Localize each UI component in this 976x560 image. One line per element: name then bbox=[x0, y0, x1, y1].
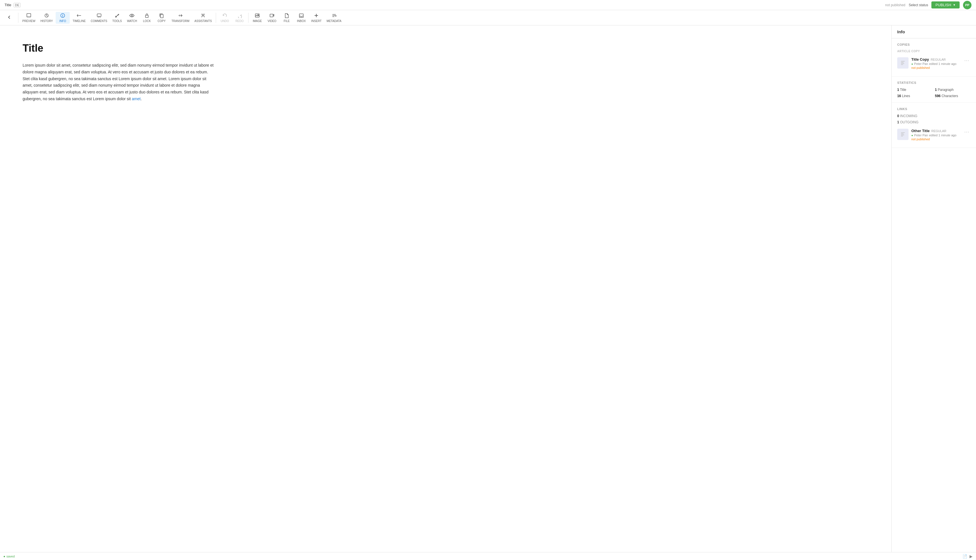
green-dot-icon: ● bbox=[911, 62, 913, 65]
expand-icon[interactable]: ▶ bbox=[969, 554, 973, 558]
metadata-button[interactable]: METADATA bbox=[324, 12, 344, 24]
saved-status: ● saved bbox=[3, 555, 15, 558]
image-button[interactable]: IMAGE bbox=[250, 12, 264, 24]
back-button[interactable] bbox=[2, 13, 17, 22]
timeline-button[interactable]: TIMELINE bbox=[70, 12, 88, 24]
timeline-icon bbox=[77, 13, 82, 19]
copies-section: COPIES ARTICLE COPY Title Copy REGULAR ●… bbox=[892, 38, 976, 77]
editor-area[interactable]: Title Lorem ipsum dolor sit amet, conset… bbox=[0, 25, 891, 552]
select-status-button[interactable]: Select status bbox=[909, 3, 928, 7]
preview-icon bbox=[26, 13, 31, 19]
article-link[interactable]: amet bbox=[132, 97, 141, 101]
transform-button[interactable]: TRANSFORM bbox=[169, 12, 192, 24]
document-title: Title bbox=[5, 3, 11, 7]
redo-icon bbox=[237, 13, 242, 19]
assistants-button[interactable]: ASSISTANTS bbox=[192, 12, 214, 24]
publish-status: not published bbox=[885, 3, 905, 7]
lock-icon bbox=[144, 13, 149, 19]
title-copy-meta: ● Peter Pan edited 1 minute ago bbox=[911, 62, 960, 65]
title-copy-title: Title Copy bbox=[911, 57, 929, 62]
title-copy-thumbnail bbox=[897, 57, 909, 68]
insert-icon bbox=[314, 13, 319, 19]
tools-button[interactable]: TOOLS bbox=[110, 12, 124, 24]
bottom-bar: ● saved 📄 ▶ bbox=[0, 552, 976, 560]
publish-dropdown-arrow[interactable]: ▼ bbox=[953, 3, 956, 7]
other-title-green-dot-icon: ● bbox=[911, 134, 913, 137]
svg-rect-11 bbox=[299, 14, 303, 18]
other-title-title-row: Other Title REGULAR bbox=[911, 129, 960, 133]
document-title-area: Title DE bbox=[5, 3, 21, 7]
statistics-section: STATISTICS 1 Title 1 Paragraph 16 Lines … bbox=[892, 77, 976, 103]
lock-button[interactable]: LOCK bbox=[140, 12, 154, 24]
saved-dot-icon: ● bbox=[3, 555, 5, 558]
language-badge[interactable]: DE bbox=[13, 3, 21, 7]
svg-point-4 bbox=[131, 15, 133, 16]
comments-button[interactable]: COMMENTS bbox=[88, 12, 109, 24]
undo-icon bbox=[222, 13, 227, 19]
other-title-author: Peter Pan bbox=[914, 133, 928, 137]
title-copy-author: Peter Pan bbox=[914, 62, 928, 65]
toolbar-divider-1 bbox=[18, 13, 18, 23]
stat-title: 1 Title bbox=[897, 88, 933, 92]
incoming-links: 0 INCOMING bbox=[897, 114, 970, 118]
other-title-title: Other Title bbox=[911, 129, 930, 133]
article-body[interactable]: Lorem ipsum dolor sit amet, consetetur s… bbox=[23, 62, 215, 102]
svg-rect-3 bbox=[97, 14, 101, 17]
title-copy-type: REGULAR bbox=[931, 58, 946, 61]
statistics-section-title: STATISTICS bbox=[897, 81, 970, 84]
stat-lines: 16 Lines bbox=[897, 94, 933, 98]
watch-button[interactable]: WATCH bbox=[125, 12, 140, 24]
video-button[interactable]: VIDEO bbox=[265, 12, 279, 24]
other-title-type: REGULAR bbox=[931, 129, 946, 133]
article-body-end: . bbox=[141, 97, 142, 101]
toolbar-divider-2 bbox=[216, 13, 216, 23]
redo-button[interactable]: REDO bbox=[232, 12, 247, 24]
title-copy-status: not published bbox=[911, 66, 960, 70]
bottom-icons: 📄 ▶ bbox=[963, 554, 973, 558]
outgoing-links-label: 1 OUTGOING bbox=[897, 120, 970, 124]
insert-button[interactable]: INSERT bbox=[309, 12, 324, 24]
video-icon bbox=[269, 13, 275, 19]
top-bar-right: not published Select status PUBLISH ▼ PP bbox=[885, 1, 971, 9]
file-button[interactable]: FILE bbox=[280, 12, 294, 24]
stat-paragraph: 1 Paragraph bbox=[935, 88, 971, 92]
comments-icon bbox=[97, 13, 102, 19]
links-section: LINKS 0 INCOMING 1 OUTGOING Other Title … bbox=[892, 103, 976, 148]
publish-button[interactable]: PUBLISH ▼ bbox=[931, 2, 959, 8]
transform-icon bbox=[178, 13, 183, 19]
svg-rect-0 bbox=[27, 13, 31, 17]
info-button[interactable]: INFO bbox=[56, 12, 70, 24]
other-title-thumbnail bbox=[897, 129, 909, 140]
page-icon[interactable]: 📄 bbox=[963, 554, 967, 558]
other-title-more-button[interactable]: ⋯ bbox=[963, 129, 970, 135]
file-icon bbox=[284, 13, 289, 19]
title-copy-title-row: Title Copy REGULAR bbox=[911, 57, 960, 62]
watch-icon bbox=[129, 13, 134, 19]
article-copy-label: ARTICLE COPY bbox=[897, 50, 970, 53]
svg-rect-10 bbox=[270, 14, 273, 17]
svg-point-9 bbox=[258, 14, 259, 15]
assistants-icon bbox=[200, 13, 205, 19]
avatar[interactable]: PP bbox=[963, 1, 971, 9]
metadata-icon bbox=[332, 13, 337, 19]
undo-button[interactable]: UNDO bbox=[218, 12, 232, 24]
top-bar: Title DE not published Select status PUB… bbox=[0, 0, 976, 10]
article-title[interactable]: Title bbox=[23, 42, 869, 54]
copy-icon bbox=[159, 13, 164, 19]
svg-rect-5 bbox=[145, 15, 148, 18]
inbox-button[interactable]: INBOX bbox=[294, 12, 309, 24]
history-icon bbox=[44, 13, 49, 19]
stats-grid: 1 Title 1 Paragraph 16 Lines 596 Charact… bbox=[897, 88, 970, 98]
title-copy-info: Title Copy REGULAR ● Peter Pan edited 1 … bbox=[911, 57, 960, 70]
links-section-title: LINKS bbox=[897, 107, 970, 111]
sidebar-header: Info bbox=[892, 25, 976, 38]
svg-rect-6 bbox=[160, 14, 163, 18]
other-title-status: not published bbox=[911, 137, 960, 141]
other-title-meta: ● Peter Pan edited 1 minute ago bbox=[911, 133, 960, 137]
copies-section-title: COPIES bbox=[897, 43, 970, 46]
copy-button[interactable]: COPY bbox=[155, 12, 169, 24]
preview-button[interactable]: PREVIEW bbox=[20, 12, 38, 24]
history-button[interactable]: HISTORY bbox=[38, 12, 55, 24]
stat-characters: 596 Characters bbox=[935, 94, 971, 98]
title-copy-more-button[interactable]: ⋯ bbox=[963, 57, 970, 63]
